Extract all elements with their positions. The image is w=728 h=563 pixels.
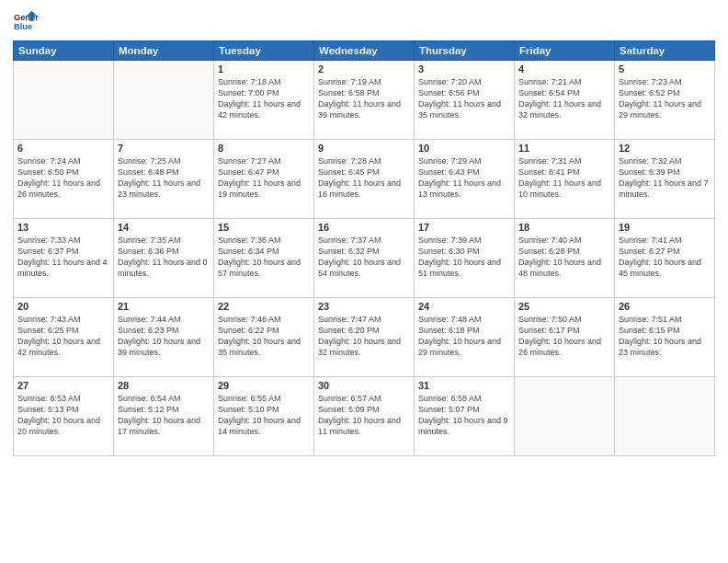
cell-info: Sunrise: 7:36 AMSunset: 6:34 PMDaylight:… — [218, 235, 310, 280]
cell-info: Sunrise: 7:28 AMSunset: 6:45 PMDaylight:… — [318, 155, 410, 201]
day-number: 8 — [218, 143, 310, 154]
day-number: 17 — [418, 222, 510, 233]
day-number: 30 — [318, 380, 410, 391]
day-number: 23 — [318, 301, 410, 312]
day-number: 9 — [318, 143, 410, 154]
cell-info: Sunrise: 7:46 AMSunset: 6:22 PMDaylight:… — [218, 314, 310, 359]
cell-info: Sunrise: 7:51 AMSunset: 6:15 PMDaylight:… — [619, 314, 711, 359]
day-number: 13 — [17, 222, 109, 233]
calendar-cell: 27Sunrise: 6:53 AMSunset: 5:13 PMDayligh… — [14, 377, 114, 456]
cell-info: Sunrise: 7:20 AMSunset: 6:56 PMDaylight:… — [418, 76, 510, 121]
calendar-cell: 5Sunrise: 7:23 AMSunset: 6:52 PMDaylight… — [615, 61, 715, 140]
day-number: 3 — [418, 63, 510, 75]
day-number: 31 — [418, 380, 510, 391]
calendar-cell: 17Sunrise: 7:39 AMSunset: 6:30 PMDayligh… — [415, 219, 515, 298]
week-row-1: 1Sunrise: 7:18 AMSunset: 7:00 PMDaylight… — [14, 61, 715, 140]
svg-text:Blue: Blue — [14, 22, 32, 31]
day-number: 18 — [518, 222, 610, 233]
calendar-cell: 28Sunrise: 6:54 AMSunset: 5:12 PMDayligh… — [114, 377, 214, 456]
cell-info: Sunrise: 6:58 AMSunset: 5:07 PMDaylight:… — [418, 393, 510, 438]
weekday-header-thursday: Thursday — [415, 41, 515, 61]
week-row-2: 6Sunrise: 7:24 AMSunset: 6:50 PMDaylight… — [14, 140, 715, 219]
calendar-cell: 21Sunrise: 7:44 AMSunset: 6:23 PMDayligh… — [114, 298, 214, 377]
calendar-cell: 16Sunrise: 7:37 AMSunset: 6:32 PMDayligh… — [314, 219, 415, 298]
logo: General Blue — [13, 9, 39, 35]
day-number: 4 — [518, 63, 610, 75]
cell-info: Sunrise: 7:44 AMSunset: 6:23 PMDaylight:… — [118, 314, 210, 359]
calendar-cell — [515, 377, 615, 456]
calendar-cell: 26Sunrise: 7:51 AMSunset: 6:15 PMDayligh… — [615, 298, 715, 377]
day-number: 28 — [118, 380, 210, 391]
cell-info: Sunrise: 7:21 AMSunset: 6:54 PMDaylight:… — [518, 76, 610, 121]
cell-info: Sunrise: 7:33 AMSunset: 6:37 PMDaylight:… — [17, 235, 109, 280]
day-number: 22 — [218, 301, 310, 312]
calendar-table: SundayMondayTuesdayWednesdayThursdayFrid… — [13, 40, 715, 456]
calendar-cell — [114, 61, 214, 140]
page: General Blue SundayMondayTuesdayWednesda… — [0, 0, 728, 563]
calendar-cell: 4Sunrise: 7:21 AMSunset: 6:54 PMDaylight… — [515, 61, 615, 140]
calendar-cell: 19Sunrise: 7:41 AMSunset: 6:27 PMDayligh… — [615, 219, 715, 298]
cell-info: Sunrise: 7:23 AMSunset: 6:52 PMDaylight:… — [619, 76, 711, 121]
day-number: 21 — [118, 301, 210, 312]
calendar-cell: 31Sunrise: 6:58 AMSunset: 5:07 PMDayligh… — [415, 377, 515, 456]
calendar-cell: 7Sunrise: 7:25 AMSunset: 6:48 PMDaylight… — [114, 140, 214, 219]
weekday-header-friday: Friday — [515, 41, 615, 61]
weekday-header-row: SundayMondayTuesdayWednesdayThursdayFrid… — [14, 41, 715, 61]
calendar-cell: 14Sunrise: 7:35 AMSunset: 6:36 PMDayligh… — [114, 219, 214, 298]
day-number: 11 — [518, 143, 610, 154]
cell-info: Sunrise: 7:25 AMSunset: 6:48 PMDaylight:… — [118, 155, 210, 201]
weekday-header-sunday: Sunday — [14, 41, 114, 61]
calendar-cell: 1Sunrise: 7:18 AMSunset: 7:00 PMDaylight… — [214, 61, 314, 140]
cell-info: Sunrise: 7:31 AMSunset: 6:41 PMDaylight:… — [518, 155, 610, 201]
day-number: 25 — [518, 301, 610, 312]
calendar-cell: 6Sunrise: 7:24 AMSunset: 6:50 PMDaylight… — [14, 140, 114, 219]
day-number: 16 — [318, 222, 410, 233]
cell-info: Sunrise: 6:54 AMSunset: 5:12 PMDaylight:… — [118, 393, 210, 438]
calendar-cell: 18Sunrise: 7:40 AMSunset: 6:28 PMDayligh… — [515, 219, 615, 298]
week-row-3: 13Sunrise: 7:33 AMSunset: 6:37 PMDayligh… — [14, 219, 715, 298]
day-number: 14 — [118, 222, 210, 233]
calendar-cell: 24Sunrise: 7:48 AMSunset: 6:18 PMDayligh… — [415, 298, 515, 377]
calendar-cell: 15Sunrise: 7:36 AMSunset: 6:34 PMDayligh… — [214, 219, 314, 298]
day-number: 2 — [318, 63, 410, 75]
cell-info: Sunrise: 7:32 AMSunset: 6:39 PMDaylight:… — [619, 155, 711, 201]
cell-info: Sunrise: 6:53 AMSunset: 5:13 PMDaylight:… — [17, 393, 109, 438]
day-number: 7 — [118, 143, 210, 154]
calendar-cell: 9Sunrise: 7:28 AMSunset: 6:45 PMDaylight… — [314, 140, 415, 219]
cell-info: Sunrise: 7:43 AMSunset: 6:25 PMDaylight:… — [17, 314, 109, 359]
day-number: 24 — [418, 301, 510, 312]
cell-info: Sunrise: 7:37 AMSunset: 6:32 PMDaylight:… — [318, 235, 410, 280]
logo-icon: General Blue — [13, 9, 39, 35]
day-number: 29 — [218, 380, 310, 391]
cell-info: Sunrise: 7:27 AMSunset: 6:47 PMDaylight:… — [218, 155, 310, 201]
calendar-cell: 8Sunrise: 7:27 AMSunset: 6:47 PMDaylight… — [214, 140, 314, 219]
cell-info: Sunrise: 7:47 AMSunset: 6:20 PMDaylight:… — [318, 314, 410, 359]
day-number: 27 — [17, 380, 109, 391]
week-row-5: 27Sunrise: 6:53 AMSunset: 5:13 PMDayligh… — [14, 377, 715, 456]
day-number: 15 — [218, 222, 310, 233]
cell-info: Sunrise: 6:55 AMSunset: 5:10 PMDaylight:… — [218, 393, 310, 438]
day-number: 10 — [418, 143, 510, 154]
cell-info: Sunrise: 7:50 AMSunset: 6:17 PMDaylight:… — [518, 314, 610, 359]
weekday-header-tuesday: Tuesday — [214, 41, 314, 61]
cell-info: Sunrise: 7:39 AMSunset: 6:30 PMDaylight:… — [418, 235, 510, 280]
cell-info: Sunrise: 7:40 AMSunset: 6:28 PMDaylight:… — [518, 235, 610, 280]
cell-info: Sunrise: 6:57 AMSunset: 5:09 PMDaylight:… — [318, 393, 410, 438]
day-number: 19 — [619, 222, 711, 233]
day-number: 5 — [619, 63, 711, 75]
calendar-cell: 12Sunrise: 7:32 AMSunset: 6:39 PMDayligh… — [615, 140, 715, 219]
cell-info: Sunrise: 7:29 AMSunset: 6:43 PMDaylight:… — [418, 155, 510, 201]
calendar-cell: 30Sunrise: 6:57 AMSunset: 5:09 PMDayligh… — [314, 377, 415, 456]
calendar-cell: 11Sunrise: 7:31 AMSunset: 6:41 PMDayligh… — [515, 140, 615, 219]
weekday-header-wednesday: Wednesday — [314, 41, 415, 61]
day-number: 6 — [17, 143, 109, 154]
calendar-cell: 3Sunrise: 7:20 AMSunset: 6:56 PMDaylight… — [415, 61, 515, 140]
calendar-cell: 2Sunrise: 7:19 AMSunset: 6:58 PMDaylight… — [314, 61, 415, 140]
day-number: 12 — [619, 143, 711, 154]
calendar-cell — [615, 377, 715, 456]
calendar-cell — [14, 61, 114, 140]
calendar-cell: 22Sunrise: 7:46 AMSunset: 6:22 PMDayligh… — [214, 298, 314, 377]
header: General Blue — [13, 9, 715, 35]
calendar-cell: 25Sunrise: 7:50 AMSunset: 6:17 PMDayligh… — [515, 298, 615, 377]
cell-info: Sunrise: 7:24 AMSunset: 6:50 PMDaylight:… — [17, 155, 109, 201]
